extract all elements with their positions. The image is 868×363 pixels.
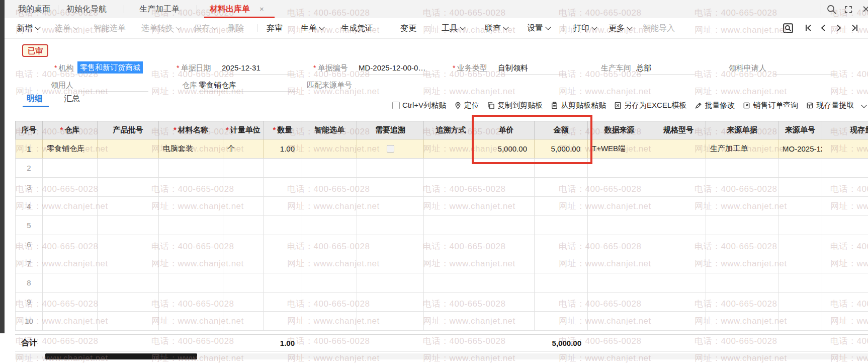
stock-extract-button[interactable]: 现存量提取 (806, 101, 854, 110)
table-empty-row[interactable]: 2 (15, 159, 868, 178)
empty-cell[interactable] (357, 235, 424, 254)
empty-cell[interactable] (706, 178, 778, 196)
empty-cell[interactable] (43, 197, 98, 215)
empty-cell[interactable] (98, 178, 159, 196)
empty-cell[interactable] (223, 293, 264, 311)
empty-cell[interactable] (651, 235, 706, 254)
col-header-stock[interactable]: 现存量 (822, 121, 868, 139)
empty-cell[interactable] (706, 273, 778, 292)
ctrlv-paste-toggle[interactable]: Ctrl+V列粘贴 (392, 101, 446, 110)
table-empty-row[interactable]: 7 (15, 254, 868, 273)
col-header-spec[interactable]: 规格型号 (651, 121, 706, 139)
row-seq-cell[interactable]: 2 (16, 159, 43, 177)
empty-cell[interactable] (778, 273, 822, 292)
print-button[interactable]: 打印 (573, 18, 596, 38)
col-header-warehouse[interactable]: 仓库 (43, 121, 98, 139)
empty-cell[interactable] (159, 159, 223, 177)
empty-cell[interactable] (357, 178, 424, 196)
empty-cell[interactable] (223, 312, 264, 330)
empty-cell[interactable] (778, 197, 822, 215)
empty-cell[interactable] (478, 159, 535, 177)
empty-cell[interactable] (159, 235, 223, 254)
empty-cell[interactable] (651, 216, 706, 235)
empty-cell[interactable] (822, 178, 868, 196)
change-button[interactable]: 变更 (400, 18, 416, 38)
unit-cell[interactable]: 个 (223, 139, 264, 158)
next-record-icon[interactable] (834, 23, 843, 33)
col-header-source-doc[interactable]: 来源单据 (706, 121, 778, 139)
empty-cell[interactable] (778, 293, 822, 311)
empty-cell[interactable] (223, 159, 264, 177)
empty-cell[interactable] (651, 178, 706, 196)
empty-cell[interactable] (302, 197, 357, 215)
empty-cell[interactable] (223, 197, 264, 215)
empty-cell[interactable] (651, 197, 706, 215)
need-trace-cell[interactable] (357, 139, 424, 158)
col-header-unit[interactable]: 计量单位 (223, 121, 264, 139)
empty-cell[interactable] (822, 312, 868, 330)
empty-cell[interactable] (478, 293, 535, 311)
empty-cell[interactable] (264, 178, 302, 196)
col-header-qty[interactable]: 数量 (264, 121, 302, 139)
smart-pick-button[interactable]: 智能选单 (94, 18, 126, 38)
scrollbar-thumb[interactable] (45, 353, 197, 359)
empty-cell[interactable] (706, 159, 778, 177)
empty-cell[interactable] (778, 159, 822, 177)
empty-cell[interactable] (535, 254, 588, 273)
empty-cell[interactable] (706, 293, 778, 311)
empty-cell[interactable] (478, 235, 535, 254)
empty-cell[interactable] (223, 178, 264, 196)
tab-production-order[interactable]: 生产加工单 (139, 0, 180, 18)
empty-cell[interactable] (223, 273, 264, 292)
empty-cell[interactable] (264, 312, 302, 330)
col-header-price[interactable]: 单价 (478, 121, 535, 139)
doc-no-field[interactable]: MD-2025-12-00-0… (359, 62, 425, 74)
empty-cell[interactable] (588, 254, 651, 273)
doc-date-field[interactable]: 2025-12-31 (222, 62, 261, 74)
trace-checkbox[interactable] (387, 145, 394, 153)
trace-mode-cell[interactable] (424, 139, 478, 158)
spec-cell[interactable] (651, 139, 706, 158)
col-header-amount[interactable]: 金额 (535, 121, 588, 139)
table-empty-row[interactable]: 4 (15, 197, 868, 216)
tab-init-nav[interactable]: 初始化导航 (66, 0, 107, 18)
row-seq-cell[interactable]: 10 (16, 312, 43, 330)
empty-cell[interactable] (159, 197, 223, 215)
grid-more-button[interactable]: 更多 (862, 101, 868, 110)
row-seq-cell[interactable]: 7 (16, 254, 43, 273)
sales-order-query-button[interactable]: 销售订单查询 (743, 101, 798, 110)
row-seq-cell[interactable]: 6 (16, 235, 43, 254)
batch-edit-button[interactable]: 批量修改 (695, 101, 735, 110)
copy-to-clipboard-button[interactable]: 复制到剪贴板 (487, 101, 543, 110)
empty-cell[interactable] (535, 159, 588, 177)
col-header-seq[interactable]: 序号 (16, 121, 43, 139)
col-header-source-no[interactable]: 来源单号 (778, 121, 822, 139)
search-icon[interactable] (826, 4, 837, 15)
empty-cell[interactable] (778, 254, 822, 273)
col-header-trace-mode[interactable]: 追溯方式 (424, 121, 478, 139)
empty-cell[interactable] (357, 216, 424, 235)
tab-material-issue-order[interactable]: 材料出库单 (210, 0, 250, 18)
empty-cell[interactable] (706, 235, 778, 254)
empty-cell[interactable] (357, 254, 424, 273)
empty-cell[interactable] (822, 293, 868, 311)
paste-from-clipboard-button[interactable]: 从剪贴板粘贴 (551, 101, 606, 110)
empty-cell[interactable] (357, 159, 424, 177)
source-no-cell[interactable]: MO-2025-12… (778, 139, 822, 158)
generate-voucher-button[interactable]: 生成凭证 (341, 18, 373, 38)
empty-cell[interactable] (424, 178, 478, 196)
empty-cell[interactable] (43, 235, 98, 254)
empty-cell[interactable] (822, 216, 868, 235)
empty-cell[interactable] (706, 197, 778, 215)
empty-cell[interactable] (588, 235, 651, 254)
tab-my-desktop[interactable]: 我的桌面 (18, 0, 50, 18)
empty-cell[interactable] (98, 159, 159, 177)
last-record-icon[interactable] (850, 23, 859, 33)
fullscreen-icon[interactable] (844, 5, 853, 14)
prev-record-icon[interactable] (819, 23, 828, 33)
horizontal-scrollbar[interactable] (15, 353, 868, 359)
empty-cell[interactable] (302, 216, 357, 235)
row-seq-cell[interactable]: 4 (16, 197, 43, 215)
empty-cell[interactable] (43, 216, 98, 235)
empty-cell[interactable] (588, 197, 651, 215)
